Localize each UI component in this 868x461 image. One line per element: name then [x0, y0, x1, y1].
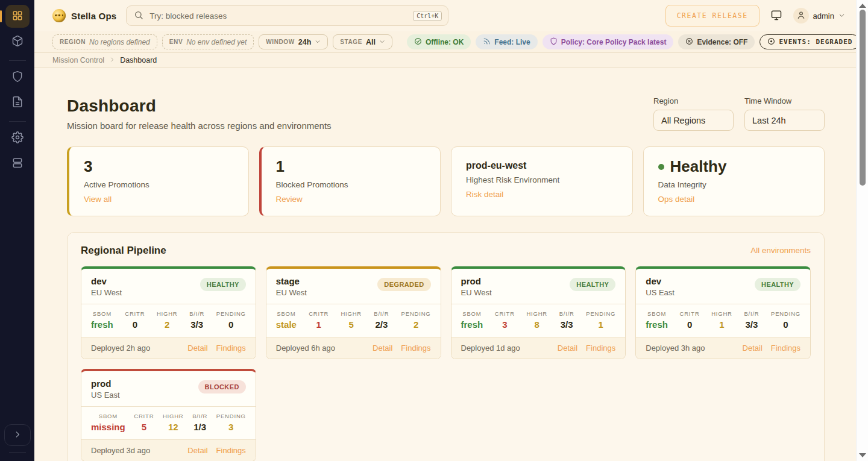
region-chip-label: REGION: [60, 39, 86, 45]
bir-value: 3/3: [559, 319, 574, 330]
page-title: Dashboard: [67, 96, 332, 116]
metric-label: CRITR: [495, 310, 515, 317]
findings-link[interactable]: Findings: [216, 446, 246, 455]
search-placeholder: Try: blocked releases: [149, 11, 407, 20]
create-release-button[interactable]: CREATE RELEASE: [665, 5, 760, 27]
region-name: US East: [91, 390, 120, 400]
sidebar-expand-button[interactable]: [4, 424, 31, 446]
findings-link[interactable]: Findings: [401, 343, 430, 353]
pipeline-card-prod-eu-west: prod EU West HEALTHY SBOMfresh CRITR3 HI…: [451, 266, 626, 359]
sidebar-item-releases[interactable]: [5, 30, 30, 53]
region-filter-label: Region: [653, 96, 734, 105]
scroll-up-arrow[interactable]: [859, 4, 866, 8]
evidence-pill-label: Evidence: OFF: [697, 38, 747, 46]
brand[interactable]: Stella Ops: [52, 9, 116, 22]
deployed-timestamp: Deployed 1d ago: [461, 343, 520, 353]
detail-link[interactable]: Detail: [373, 343, 392, 353]
stage-dropdown[interactable]: STAGE All: [333, 34, 392, 49]
scrollbar-thumb[interactable]: [860, 10, 866, 186]
sidebar-item-policy[interactable]: [5, 66, 30, 89]
critr-value: 0: [680, 319, 700, 330]
sbom-value: fresh: [461, 319, 483, 330]
stat-card-blocked-promotions: 1 Blocked Promotions Review: [259, 146, 441, 216]
ops-detail-link[interactable]: Ops detail: [658, 195, 695, 204]
chevron-down-icon: [838, 11, 845, 20]
highr-value: 2: [157, 319, 178, 330]
stat-label: Active Promotions: [84, 180, 234, 189]
sidebar: [0, 0, 34, 461]
env-chip-value: No env defined yet: [186, 38, 247, 46]
env-context-chip[interactable]: ENV No env defined yet: [162, 34, 254, 49]
pending-value: 1: [586, 319, 615, 330]
detail-link[interactable]: Detail: [187, 343, 207, 353]
metric-label: PENDING: [216, 310, 246, 317]
policy-status-pill[interactable]: Policy: Core Policy Pack latest: [542, 34, 674, 49]
metric-label: SBOM: [276, 310, 297, 317]
region-context-chip[interactable]: REGION No regions defined: [52, 34, 157, 49]
metric-label: PENDING: [401, 310, 431, 317]
chevron-right-icon: [109, 56, 115, 64]
deployed-timestamp: Deployed 2h ago: [91, 343, 150, 353]
sidebar-item-settings[interactable]: [5, 127, 30, 149]
findings-link[interactable]: Findings: [771, 343, 800, 353]
time-window-filter-select[interactable]: Last 24h: [744, 110, 825, 131]
vertical-scrollbar[interactable]: [856, 0, 868, 461]
highr-value: 5: [341, 319, 362, 330]
critr-value: 1: [309, 319, 329, 330]
stats-row: 3 Active Promotions View all 1 Blocked P…: [67, 146, 825, 216]
pending-value: 0: [771, 319, 800, 330]
findings-link[interactable]: Findings: [216, 343, 246, 353]
stat-card-data-integrity: Healthy Data Integrity Ops detail: [643, 146, 825, 216]
deployed-timestamp: Deployed 3d ago: [91, 446, 150, 455]
chevron-down-icon: [315, 39, 321, 46]
feed-status-pill[interactable]: Feed: Live: [476, 34, 537, 49]
findings-link[interactable]: Findings: [586, 343, 615, 353]
metric-label: B/I/R: [744, 310, 759, 317]
sbom-value: fresh: [646, 319, 668, 330]
breadcrumb-mission-control[interactable]: Mission Control: [52, 56, 104, 64]
offline-pill-label: Offline: OK: [426, 38, 464, 46]
offline-status-pill[interactable]: Offline: OK: [407, 34, 471, 49]
metric-label: HIGHR: [341, 310, 362, 317]
stat-value: prod-eu-west: [466, 160, 618, 171]
env-name: stage: [276, 276, 307, 286]
user-menu[interactable]: admin: [793, 8, 845, 24]
detail-link[interactable]: Detail: [187, 446, 207, 455]
stage-dropdown-label: STAGE: [340, 39, 362, 45]
display-mode-button[interactable]: [770, 9, 782, 23]
target-dot-icon: [767, 37, 775, 47]
env-name: dev: [646, 276, 675, 286]
detail-link[interactable]: Detail: [558, 343, 577, 353]
pending-value: 3: [216, 422, 246, 432]
metric-label: SBOM: [91, 413, 125, 419]
metric-label: CRITR: [134, 413, 154, 419]
view-all-link[interactable]: View all: [84, 195, 112, 204]
pending-value: 0: [216, 319, 246, 330]
chevron-down-icon: [379, 39, 385, 46]
stat-value: 3: [84, 158, 234, 176]
metric-label: B/I/R: [192, 413, 207, 419]
stat-card-highest-risk: prod-eu-west Highest Risk Environment Ri…: [451, 146, 633, 216]
sidebar-item-dashboard[interactable]: [5, 5, 30, 28]
avatar: [793, 8, 809, 24]
metric-label: SBOM: [91, 310, 113, 317]
region-filter-select[interactable]: All Regions: [653, 110, 734, 131]
risk-detail-link[interactable]: Risk detail: [466, 190, 503, 199]
sidebar-item-infrastructure[interactable]: [5, 152, 30, 175]
evidence-status-pill[interactable]: Evidence: OFF: [678, 34, 755, 49]
region-name: EU West: [461, 288, 492, 297]
review-link[interactable]: Review: [276, 195, 303, 204]
window-dropdown[interactable]: WINDOW 24h: [259, 34, 328, 49]
events-status-pill[interactable]: EVENTS: DEGRADED: [760, 34, 860, 49]
server-stack-icon: [11, 157, 24, 171]
env-name: prod: [91, 378, 120, 389]
all-environments-link[interactable]: All environments: [750, 246, 811, 255]
detail-link[interactable]: Detail: [743, 343, 763, 353]
metric-label: HIGHR: [526, 310, 547, 317]
stat-label: Blocked Promotions: [276, 180, 426, 189]
top-header: Stella Ops Try: blocked releases Ctrl+K …: [34, 0, 856, 31]
global-search-input[interactable]: Try: blocked releases Ctrl+K: [126, 5, 448, 26]
sidebar-item-documents[interactable]: [5, 91, 30, 114]
critr-value: 0: [125, 319, 145, 330]
scroll-down-arrow[interactable]: [859, 453, 866, 457]
